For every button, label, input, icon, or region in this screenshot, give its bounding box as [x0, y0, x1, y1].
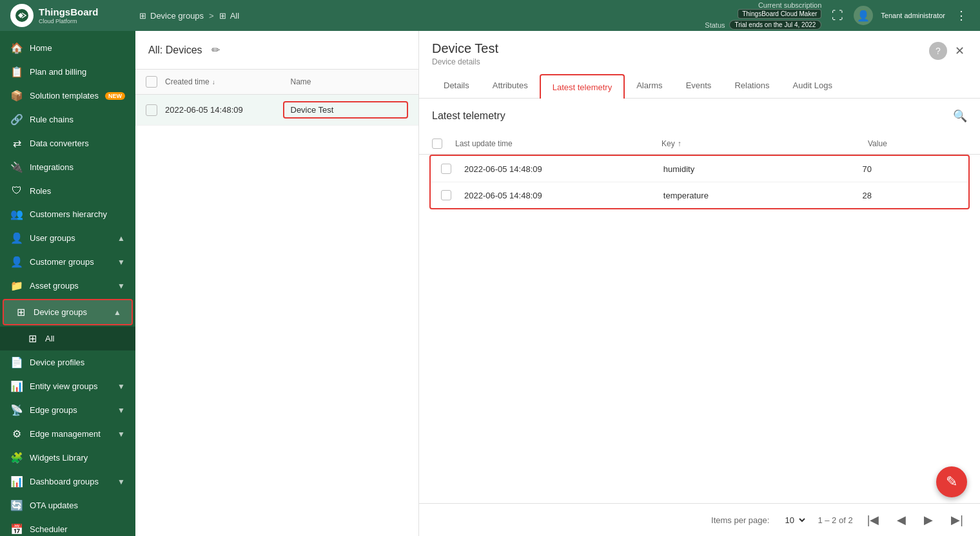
tel-checkbox-2[interactable] — [441, 190, 451, 200]
solution-templates-label: Solution templates — [30, 91, 99, 100]
rule-chains-icon: 🔗 — [10, 113, 23, 126]
sidebar-item-ota-updates[interactable]: 🔄 OTA updates — [0, 493, 135, 517]
sidebar-item-home[interactable]: 🏠 Home — [0, 36, 135, 60]
sidebar: 🏠 Home 📋 Plan and billing 📦 Solution tem… — [0, 31, 135, 536]
ota-updates-label: OTA updates — [30, 501, 125, 510]
edge-groups-icon: 📡 — [10, 404, 23, 416]
logo-name: ThingsBoard — [39, 6, 99, 18]
status-badge: Trial ends on the Jul 4, 2022 — [729, 20, 822, 30]
detail-header: Device Test Device details ? ✕ Details A… — [419, 31, 980, 99]
device-table: Created time ↓ Name 2022-06-05 14:48:09 … — [135, 70, 418, 536]
new-badge: NEW — [105, 92, 125, 100]
scheduler-icon: 📅 — [10, 523, 23, 535]
avatar[interactable]: 👤 — [854, 6, 873, 25]
sidebar-item-rule-chains[interactable]: 🔗 Rule chains — [0, 108, 135, 131]
first-page-button[interactable]: |◀ — [863, 512, 883, 528]
top-header: ThingsBoard Cloud Platform ⊞ Device grou… — [0, 0, 980, 31]
entity-view-groups-icon: 📊 — [10, 380, 23, 392]
sidebar-item-solution-templates[interactable]: 📦 Solution templates NEW — [0, 84, 135, 108]
tel-key-2: temperature — [663, 191, 855, 200]
tel-select-all-checkbox[interactable] — [432, 139, 442, 149]
help-button[interactable]: ? — [929, 42, 947, 60]
sidebar-item-dashboard-groups[interactable]: 📊 Dashboard groups ▼ — [0, 470, 135, 493]
close-button[interactable]: ✕ — [952, 41, 967, 61]
sidebar-item-edge-groups[interactable]: 📡 Edge groups ▼ — [0, 398, 135, 422]
sidebar-item-plan-billing[interactable]: 📋 Plan and billing — [0, 60, 135, 84]
detail-title-area: Device Test Device details — [432, 41, 498, 66]
table-row[interactable]: 2022-06-05 14:48:09 Device Test — [135, 95, 418, 126]
dashboard-groups-arrow: ▼ — [117, 477, 125, 486]
sidebar-item-entity-view-groups[interactable]: 📊 Entity view groups ▼ — [0, 374, 135, 398]
plan-billing-label: Plan and billing — [30, 67, 125, 77]
content-area: All: Devices ✏ Created time ↓ Name 2022-… — [135, 31, 980, 536]
sidebar-item-user-groups[interactable]: 👤 User groups ▲ — [0, 226, 135, 250]
next-page-button[interactable]: ▶ — [920, 512, 937, 528]
breadcrumb-all[interactable]: ⊞ All — [219, 11, 239, 21]
sort-arrow: ↓ — [212, 79, 215, 86]
sidebar-item-device-groups-all[interactable]: ⊞ All — [0, 327, 135, 350]
customer-groups-icon: 👤 — [10, 256, 23, 268]
col-name-header: Name — [291, 77, 409, 86]
sidebar-item-integrations[interactable]: 🔌 Integrations — [0, 155, 135, 179]
telemetry-table-header: Last update time Key ↑ Value — [419, 133, 980, 155]
telemetry-search-button[interactable]: 🔍 — [953, 109, 967, 123]
data-converters-icon: ⇄ — [10, 137, 23, 149]
sidebar-item-scheduler[interactable]: 📅 Scheduler — [0, 517, 135, 536]
detail-title-row: Device Test Device details ? ✕ — [432, 41, 967, 66]
tab-relations[interactable]: Relations — [723, 74, 781, 98]
detail-title: Device Test — [432, 41, 498, 56]
tab-details[interactable]: Details — [432, 74, 481, 98]
sidebar-item-customers-hierarchy[interactable]: 👥 Customers hierarchy — [0, 202, 135, 226]
device-list-panel: All: Devices ✏ Created time ↓ Name 2022-… — [135, 31, 419, 536]
telemetry-row[interactable]: 2022-06-05 14:48:09 temperature 28 — [431, 182, 968, 208]
detail-content: Latest telemetry 🔍 Last update time Key … — [419, 99, 980, 503]
device-detail-panel: Device Test Device details ? ✕ Details A… — [419, 31, 980, 536]
row-checkbox[interactable] — [146, 104, 157, 116]
cell-created: 2022-06-05 14:48:09 — [165, 105, 275, 115]
telemetry-select-all[interactable] — [432, 139, 447, 149]
last-page-button[interactable]: ▶| — [947, 512, 967, 528]
key-sort-icon: ↑ — [678, 139, 681, 148]
logo-sub: Cloud Platform — [39, 18, 99, 25]
tel-row-check-1[interactable] — [441, 164, 456, 174]
select-all-checkbox[interactable] — [146, 76, 157, 88]
panel-edit-button[interactable]: ✏ — [209, 41, 222, 59]
sidebar-item-data-converters[interactable]: ⇄ Data converters — [0, 131, 135, 155]
panel-header: All: Devices ✏ — [135, 31, 418, 70]
sidebar-item-customer-groups[interactable]: 👤 Customer groups ▼ — [0, 250, 135, 274]
sidebar-item-asset-groups[interactable]: 📁 Asset groups ▼ — [0, 274, 135, 298]
sidebar-item-edge-management[interactable]: ⚙ Edge management ▼ — [0, 422, 135, 446]
panel-title: All: Devices — [148, 44, 202, 56]
scheduler-label: Scheduler — [30, 524, 125, 534]
logo-icon — [10, 4, 34, 27]
sidebar-item-roles[interactable]: 🛡 Roles — [0, 179, 135, 202]
tel-value-1: 70 — [863, 164, 958, 174]
tel-checkbox-1[interactable] — [441, 164, 451, 174]
logo-area: ThingsBoard Cloud Platform — [10, 4, 139, 27]
tel-row-check-2[interactable] — [441, 190, 456, 200]
detail-tabs: Details Attributes Latest telemetry Alar… — [432, 74, 967, 98]
tab-attributes[interactable]: Attributes — [481, 74, 540, 98]
tab-latest-telemetry[interactable]: Latest telemetry — [540, 74, 625, 99]
sidebar-item-widgets-library[interactable]: 🧩 Widgets Library — [0, 446, 135, 470]
home-icon: 🏠 — [10, 42, 23, 54]
col-value-header: Value — [868, 139, 967, 148]
widgets-library-label: Widgets Library — [30, 453, 125, 463]
prev-page-button[interactable]: ◀ — [893, 512, 910, 528]
header-right: Current subscription ThingsBoard Cloud M… — [705, 1, 970, 30]
tel-key-1: humidity — [663, 164, 855, 174]
fullscreen-button[interactable]: ⛶ — [829, 6, 846, 25]
tab-events[interactable]: Events — [674, 74, 723, 98]
menu-button[interactable]: ⋮ — [953, 6, 970, 25]
sidebar-item-device-profiles[interactable]: 📄 Device profiles — [0, 350, 135, 374]
breadcrumb-separator: > — [209, 11, 214, 21]
tab-audit-logs[interactable]: Audit Logs — [781, 74, 844, 98]
breadcrumb-device-groups[interactable]: ⊞ Device groups — [139, 11, 204, 21]
edit-fab-button[interactable]: ✎ — [936, 466, 967, 497]
sidebar-item-device-groups[interactable]: ⊞ Device groups ▲ — [3, 299, 133, 325]
per-page-select[interactable]: 10 25 50 — [779, 513, 807, 527]
col-created-header: Created time ↓ — [165, 77, 283, 86]
table-header: Created time ↓ Name — [135, 70, 418, 95]
tab-alarms[interactable]: Alarms — [625, 74, 674, 98]
telemetry-row[interactable]: 2022-06-05 14:48:09 humidity 70 — [431, 156, 968, 182]
